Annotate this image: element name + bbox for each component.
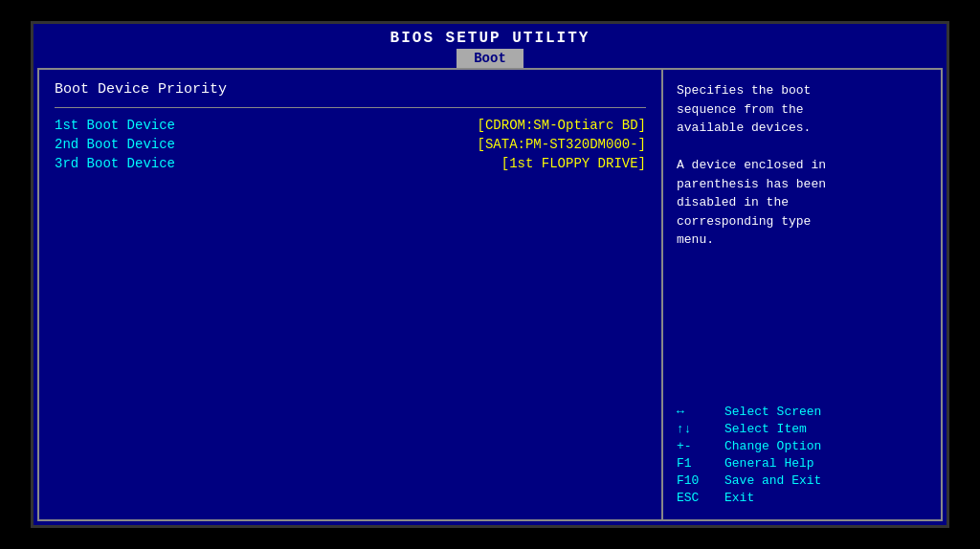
key-sym-f10: F10 bbox=[677, 473, 724, 488]
bios-title: BIOS SETUP UTILITY bbox=[390, 30, 590, 47]
key-desc-save-exit: Save and Exit bbox=[724, 473, 821, 488]
boot-item-2-label: 2nd Boot Device bbox=[55, 137, 175, 152]
key-row-select-screen: ↔ Select Screen bbox=[677, 405, 927, 419]
left-panel: Boot Device Priority 1st Boot Device [CD… bbox=[39, 70, 663, 519]
key-row-general-help: F1 General Help bbox=[677, 456, 927, 471]
boot-item-3[interactable]: 3rd Boot Device [1st FLOPPY DRIVE] bbox=[55, 156, 646, 171]
boot-item-2[interactable]: 2nd Boot Device [SATA:PM-ST320DM000-] bbox=[55, 137, 646, 152]
key-sym-updown: ↑↓ bbox=[677, 422, 724, 436]
help-text: Specifies the bootsequence from theavail… bbox=[677, 81, 927, 250]
boot-item-2-value: [SATA:PM-ST320DM000-] bbox=[478, 137, 646, 152]
section-title: Boot Device Priority bbox=[55, 81, 646, 98]
key-row-save-exit: F10 Save and Exit bbox=[677, 473, 927, 488]
right-panel-inner: Specifies the bootsequence from theavail… bbox=[677, 81, 927, 508]
key-sym-arrows: ↔ bbox=[677, 405, 724, 419]
boot-item-1[interactable]: 1st Boot Device [CDROM:SM-Optiarc BD] bbox=[55, 118, 646, 133]
right-panel: Specifies the bootsequence from theavail… bbox=[663, 70, 941, 519]
key-sym-plusminus: +- bbox=[677, 439, 724, 453]
boot-tab[interactable]: Boot bbox=[457, 49, 523, 68]
key-desc-change-option: Change Option bbox=[724, 439, 821, 453]
key-row-select-item: ↑↓ Select Item bbox=[677, 422, 927, 436]
boot-item-1-label: 1st Boot Device bbox=[55, 118, 175, 133]
boot-item-1-value: [CDROM:SM-Optiarc BD] bbox=[478, 118, 646, 133]
main-content: Boot Device Priority 1st Boot Device [CD… bbox=[37, 68, 943, 521]
key-desc-general-help: General Help bbox=[724, 456, 814, 471]
key-sym-f1: F1 bbox=[677, 456, 724, 471]
boot-item-3-value: [1st FLOPPY DRIVE] bbox=[501, 156, 646, 171]
key-desc-select-screen: Select Screen bbox=[724, 405, 821, 419]
keybindings: ↔ Select Screen ↑↓ Select Item +- Change… bbox=[677, 385, 927, 508]
key-row-change-option: +- Change Option bbox=[677, 439, 927, 453]
tab-bar: Boot bbox=[33, 49, 947, 68]
title-bar: BIOS SETUP UTILITY bbox=[33, 24, 947, 49]
key-desc-exit: Exit bbox=[724, 491, 754, 505]
key-desc-select-item: Select Item bbox=[724, 422, 807, 436]
key-row-esc: ESC Exit bbox=[677, 491, 927, 505]
key-sym-esc: ESC bbox=[677, 491, 724, 505]
boot-item-3-label: 3rd Boot Device bbox=[55, 156, 175, 171]
divider bbox=[55, 107, 646, 108]
bios-screen: BIOS SETUP UTILITY Boot Boot Device Prio… bbox=[31, 21, 949, 528]
